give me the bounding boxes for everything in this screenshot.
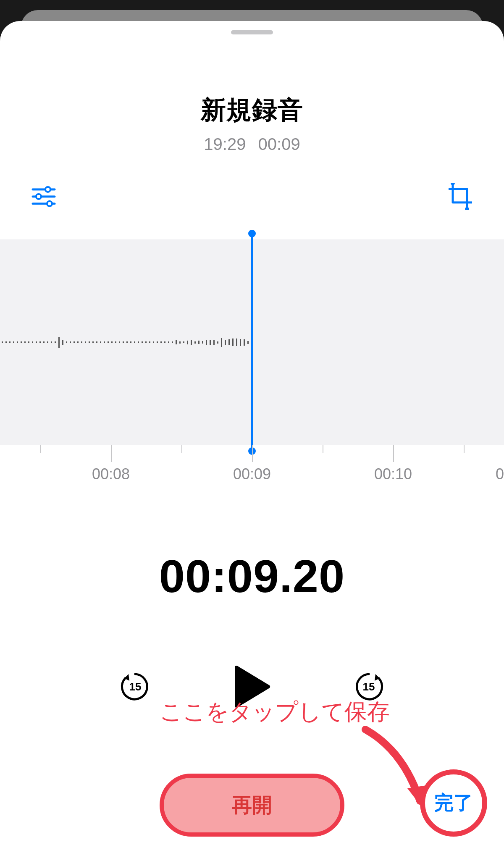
timeline-ticks [0,445,504,462]
resume-button[interactable]: 再開 [160,774,344,837]
skip-back-15-icon[interactable]: 15 [119,671,151,703]
annotation-callout: ここをタップして保存 [160,697,390,727]
svg-text:15: 15 [363,680,375,693]
timeline-label: 00:10 [374,465,412,483]
waveform[interactable] [0,239,504,445]
svg-point-3 [45,187,50,192]
duration-short: 00:09 [258,135,300,153]
recording-sheet: 新規録音 19:29 00:09 [0,21,504,866]
recording-title: 新規録音 [0,93,504,127]
elapsed-time: 00:09.20 [0,549,504,603]
svg-point-7 [465,207,469,210]
sliders-icon[interactable] [30,183,57,210]
svg-point-5 [47,201,52,206]
recording-subtitle: 19:29 00:09 [0,135,504,154]
recorded-at: 19:29 [204,135,246,153]
timeline-label: 00:09 [233,465,271,483]
timeline-label: 00:08 [92,465,130,483]
crop-icon[interactable] [447,183,474,210]
done-button-label: 完了 [434,790,473,816]
svg-point-6 [451,183,455,185]
playhead[interactable] [251,234,253,451]
done-button[interactable]: 完了 [420,769,487,837]
resume-button-label: 再開 [232,792,272,819]
edit-toolbar [0,183,504,210]
timeline-labels: 00:0800:0900:1000 [0,465,504,486]
svg-text:15: 15 [129,680,142,693]
waveform-samples [0,334,252,351]
sheet-grabber[interactable] [231,30,273,34]
timeline-label: 00 [496,465,504,483]
svg-point-4 [36,194,41,199]
